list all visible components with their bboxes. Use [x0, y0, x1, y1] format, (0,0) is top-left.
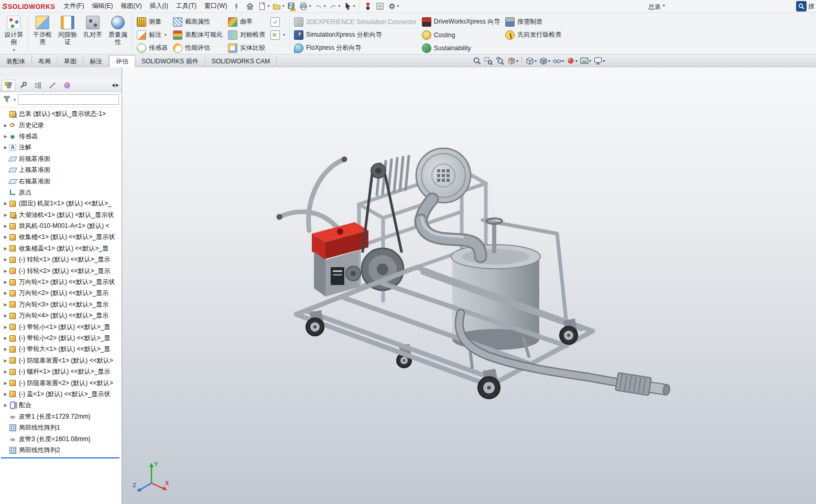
tree-item-mates[interactable]: ▶配合 — [0, 400, 122, 411]
expand-arrow-icon[interactable]: ▶ — [3, 280, 8, 284]
tree-item-cover[interactable]: ▶(-) 盖<1> (默认) <<默认>_显示状 — [0, 389, 122, 400]
expand-arrow-icon[interactable]: ▶ — [3, 145, 8, 150]
geometry-analysis-button[interactable]: ▾ — [268, 29, 288, 40]
expand-arrow-icon[interactable]: ▶ — [3, 369, 8, 374]
tree-item-origin[interactable]: ▶原点 — [0, 187, 122, 198]
tree-item-frame[interactable]: ▶(固定) 机架1<1> (默认) <<默认>_ — [0, 198, 122, 209]
tree-item-top-plane[interactable]: ▶上视基准面 — [0, 165, 122, 176]
tree-item-caster-3[interactable]: ▶万向轮<3> (默认) <<默认>_显示 — [0, 299, 122, 310]
tree-item-small-pulley-1[interactable]: ▶(-) 带轮小<1> (默认) <<默认>_显 — [0, 321, 122, 332]
expand-arrow-icon[interactable]: ▶ — [3, 336, 8, 341]
expand-arrow-icon[interactable]: ▶ — [3, 246, 8, 251]
filter-funnel-icon[interactable] — [3, 95, 11, 105]
tab-evaluate[interactable]: 评估 — [109, 55, 135, 67]
expand-arrow-icon[interactable]: ▶ — [3, 347, 8, 352]
zoom-area-icon[interactable] — [483, 56, 494, 66]
tree-item-big-pulley[interactable]: ▶(-) 带轮大<1> (默认) <<默认>_显 — [0, 344, 122, 355]
expand-arrow-icon[interactable]: ▶ — [3, 403, 8, 408]
hide-show-items-icon[interactable]: ▾ — [552, 56, 564, 66]
scroll-left-icon[interactable]: ◀ — [112, 83, 115, 87]
tree-filter-input[interactable] — [18, 94, 119, 105]
expand-arrow-icon[interactable]: ▶ — [3, 123, 8, 128]
tree-item-belt3[interactable]: ▶皮带3 (长度=1601.08mm) — [0, 433, 122, 444]
tab-markup[interactable]: 标注 — [83, 56, 109, 67]
open-document-button[interactable]: ▾ — [271, 1, 285, 12]
zoom-fit-icon[interactable] — [472, 56, 482, 66]
menu-tools[interactable]: 工具(T) — [172, 0, 200, 12]
tree-item-caster-4[interactable]: ▶万向轮<4> (默认) <<默认>_显示 — [0, 310, 122, 321]
compare-entities-button[interactable]: 实体比较 — [225, 42, 268, 53]
tab-assembly[interactable]: 装配体 — [0, 56, 32, 67]
graphics-viewport[interactable]: Y X Z — [122, 67, 816, 504]
tree-item-screw[interactable]: ▶(-) 螺杆<1> (默认) <<默认>_显示 — [0, 366, 122, 377]
menu-file[interactable]: 文件(F) — [60, 0, 88, 12]
simulationxpress-button[interactable]: SimulationXpress 分析向导 — [291, 29, 419, 40]
expand-arrow-icon[interactable]: ▶ — [3, 134, 8, 139]
tree-item-annotations[interactable]: ▶注解 — [0, 142, 122, 153]
expand-arrow-icon[interactable]: ▶ — [3, 291, 8, 295]
display-style-icon[interactable]: ▾ — [538, 56, 551, 66]
tab-solidworks-cam[interactable]: SOLIDWORKS CAM — [205, 56, 277, 67]
tree-item-history[interactable]: ▶历史记录 — [0, 119, 122, 130]
menu-edit[interactable]: 编辑(E) — [88, 0, 116, 12]
panel-tab-scroll[interactable]: ◀▶ — [112, 83, 120, 87]
performance-evaluation-button[interactable]: 性能评估 — [170, 42, 225, 53]
tree-item-runner-wheel-2[interactable]: ▶(-) 转轮<2> (默认) <<默认>_显示 — [0, 265, 122, 276]
check-document-button[interactable] — [268, 16, 288, 27]
expand-arrow-icon[interactable]: ▶ — [3, 257, 8, 262]
3d-model-assembly[interactable] — [122, 67, 816, 504]
tree-item-anti-clog-2[interactable]: ▶(-) 防阻塞装置<2> (默认) <<默认> — [0, 377, 122, 388]
new-document-button[interactable]: ▾ — [256, 1, 270, 12]
command-search[interactable]: 搜 — [795, 1, 816, 12]
undo-button[interactable]: ▾ — [312, 1, 327, 12]
apply-scene-icon[interactable]: ▾ — [579, 56, 592, 66]
expand-arrow-icon[interactable]: ▶ — [3, 325, 8, 330]
rollback-bar[interactable] — [1, 457, 119, 458]
tree-item-sensors[interactable]: ▶传感器 — [0, 131, 122, 142]
menu-window[interactable]: 窗口(W) — [201, 0, 231, 12]
expand-arrow-icon[interactable]: ▶ — [3, 235, 8, 239]
redo-button[interactable]: ▾ — [328, 1, 342, 12]
previous-release-check-button[interactable]: 先前发行版检查 — [503, 29, 564, 40]
design-study-button[interactable]: 设计算例 ▾ — [1, 14, 26, 53]
measure-button[interactable]: 测量 — [134, 16, 170, 27]
menu-insert[interactable]: 插入(I) — [146, 0, 171, 12]
property-manager-tab[interactable] — [16, 80, 30, 91]
curvature-button[interactable]: 曲率 — [225, 16, 268, 27]
previous-view-icon[interactable] — [495, 56, 505, 66]
tree-item-right-plane[interactable]: ▶右视基准面 — [0, 176, 122, 187]
tab-sketch[interactable]: 草图 — [58, 56, 83, 67]
assembly-visualization-button[interactable]: 装配体可视化 — [170, 29, 225, 40]
feature-manager-tab[interactable] — [2, 80, 15, 91]
costing-button[interactable]: Costing — [419, 29, 503, 40]
section-properties-button[interactable]: 截面属性 — [170, 16, 225, 27]
expand-arrow-icon[interactable]: ▶ — [3, 213, 8, 217]
tab-solidworks-addins[interactable]: SOLIDWORKS 插件 — [135, 56, 205, 67]
tree-item-belt1[interactable]: ▶皮带1 (长度=1729.72mm) — [0, 411, 122, 422]
tab-layout[interactable]: 布局 — [32, 56, 58, 67]
tree-item-bucket-lid[interactable]: ▶收集桶盖<1> (默认) <<默认>_显 — [0, 243, 122, 254]
tree-item-root[interactable]: ▶总装 (默认) <默认_显示状态-1> — [0, 108, 122, 119]
edit-appearance-icon[interactable]: ▾ — [565, 56, 578, 66]
expand-arrow-icon[interactable]: ▶ — [3, 269, 8, 273]
filter-caret[interactable]: ▾ — [14, 97, 16, 102]
expand-arrow-icon[interactable]: ▶ — [3, 358, 8, 363]
display-manager-tab[interactable] — [60, 80, 74, 91]
expand-arrow-icon[interactable]: ▶ — [3, 392, 8, 397]
section-view-icon[interactable]: ▾ — [506, 56, 519, 66]
print-button[interactable]: ▾ — [298, 1, 312, 12]
expand-arrow-icon[interactable]: ▶ — [3, 313, 8, 318]
clearance-verify-button[interactable]: 间隙验证 — [55, 14, 80, 53]
tree-item-front-plane[interactable]: ▶前视基准面 — [0, 154, 122, 165]
expand-arrow-icon[interactable]: ▶ — [3, 302, 8, 307]
tree-item-pattern2[interactable]: ▶局部线性阵列2 — [0, 445, 122, 456]
select-cursor-button[interactable]: ▾ — [342, 1, 356, 12]
dimxpert-manager-tab[interactable] — [46, 80, 59, 91]
menu-view[interactable]: 视图(V) — [117, 0, 145, 12]
tree-item-collection-bucket[interactable]: ▶收集桶<1> (默认) <<默认>_显示状 — [0, 232, 122, 243]
driveworksxpress-button[interactable]: DriveWorksXpress 向导 — [419, 16, 503, 27]
tree-item-caster-2[interactable]: ▶万向轮<2> (默认) <<默认>_显示 — [0, 288, 122, 299]
view-settings-icon[interactable]: ▾ — [593, 56, 605, 66]
symmetry-check-button[interactable]: 对称检查 — [225, 29, 268, 40]
sensor-button[interactable]: 传感器 — [134, 42, 170, 53]
